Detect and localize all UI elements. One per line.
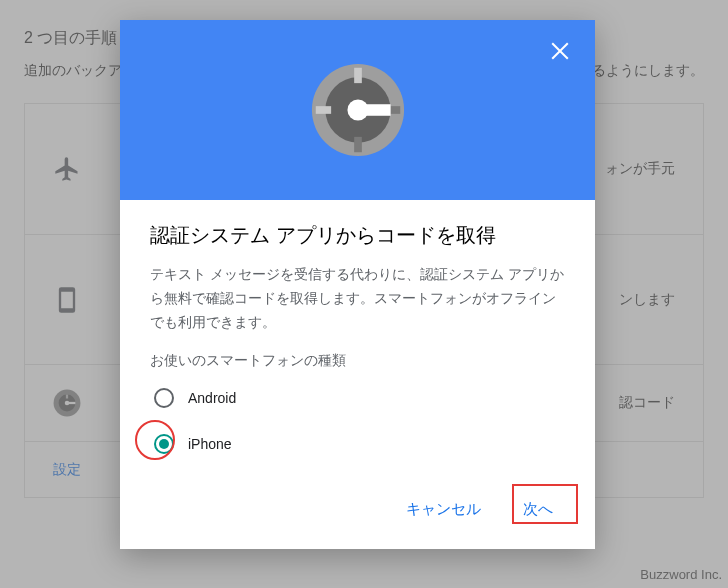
radio-label: iPhone: [188, 436, 232, 452]
next-button[interactable]: 次へ: [509, 492, 567, 527]
dialog-question: お使いのスマートフォンの種類: [150, 352, 565, 370]
svg-rect-12: [358, 104, 391, 116]
svg-rect-8: [354, 137, 362, 152]
svg-rect-9: [315, 106, 330, 114]
dialog-actions: キャンセル 次へ: [120, 468, 595, 549]
phone-type-radio-group: Android iPhone: [150, 388, 565, 454]
watermark: Buzzword Inc.: [640, 567, 722, 582]
dialog-title: 認証システム アプリからコードを取得: [150, 222, 565, 249]
close-icon[interactable]: [549, 40, 571, 62]
dialog-body: 認証システム アプリからコードを取得 テキスト メッセージを受信する代わりに、認…: [120, 200, 595, 468]
dialog-header: [120, 20, 595, 200]
radio-option-iphone[interactable]: iPhone: [154, 434, 565, 454]
radio-mark-icon: [154, 434, 174, 454]
radio-option-android[interactable]: Android: [154, 388, 565, 408]
radio-label: Android: [188, 390, 236, 406]
cancel-button[interactable]: キャンセル: [392, 492, 495, 527]
authenticator-dialog: 認証システム アプリからコードを取得 テキスト メッセージを受信する代わりに、認…: [120, 20, 595, 549]
svg-rect-7: [354, 68, 362, 83]
dialog-description: テキスト メッセージを受信する代わりに、認証システム アプリから無料で確認コード…: [150, 263, 565, 334]
authenticator-logo-icon: [310, 62, 406, 158]
radio-mark-icon: [154, 388, 174, 408]
